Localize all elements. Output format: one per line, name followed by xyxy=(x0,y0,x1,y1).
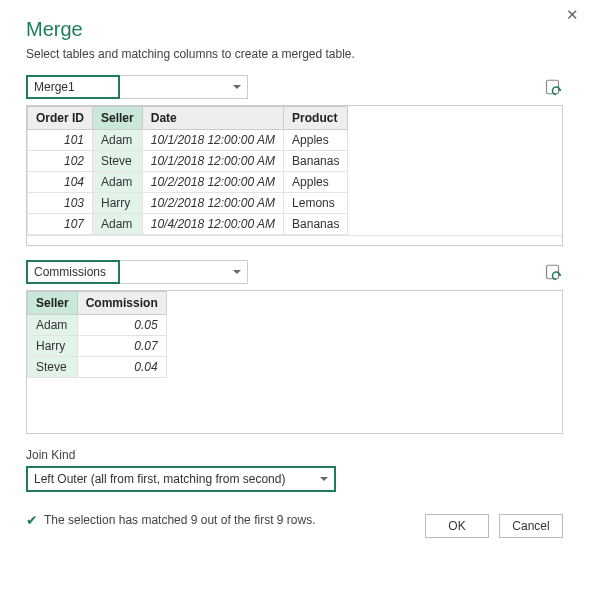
dialog-subtitle: Select tables and matching columns to cr… xyxy=(26,47,563,61)
join-kind-value: Left Outer (all from first, matching fro… xyxy=(34,472,285,486)
table-row[interactable]: 107 Adam 10/4/2018 12:00:00 AM Bananas xyxy=(28,214,348,235)
table2-grid[interactable]: Seller Commission Adam 0.05 Harry 0.07 S… xyxy=(26,290,563,434)
cancel-button[interactable]: Cancel xyxy=(499,514,563,538)
ok-button[interactable]: OK xyxy=(425,514,489,538)
table2-name-input[interactable]: Commissions xyxy=(26,260,120,284)
col-product[interactable]: Product xyxy=(284,107,348,130)
table-row[interactable]: 103 Harry 10/2/2018 12:00:00 AM Lemons xyxy=(28,193,348,214)
table1-dropdown[interactable] xyxy=(120,75,248,99)
col-date[interactable]: Date xyxy=(142,107,283,130)
join-kind-select[interactable]: Left Outer (all from first, matching fro… xyxy=(26,466,336,492)
dialog-title: Merge xyxy=(26,18,563,41)
table2-picker-row: Commissions xyxy=(26,260,563,284)
table1-name-input[interactable]: Merge1 xyxy=(26,75,120,99)
merge-dialog: ✕ Merge Select tables and matching colum… xyxy=(0,0,589,552)
table2-dropdown[interactable] xyxy=(120,260,248,284)
table-row[interactable]: Harry 0.07 xyxy=(28,336,167,357)
check-icon: ✔ xyxy=(26,512,38,528)
button-row: OK Cancel xyxy=(425,514,563,538)
chevron-down-icon xyxy=(233,85,241,89)
join-kind-label: Join Kind xyxy=(26,448,563,462)
table-row[interactable]: 102 Steve 10/1/2018 12:00:00 AM Bananas xyxy=(28,151,348,172)
table-row[interactable]: 104 Adam 10/2/2018 12:00:00 AM Apples xyxy=(28,172,348,193)
col-order-id[interactable]: Order ID xyxy=(28,107,93,130)
table1-grid[interactable]: Order ID Seller Date Product 101 Adam 10… xyxy=(26,105,563,246)
status-text: The selection has matched 9 out of the f… xyxy=(44,513,315,527)
table-row[interactable]: Adam 0.05 xyxy=(28,315,167,336)
close-icon[interactable]: ✕ xyxy=(566,6,579,24)
chevron-down-icon xyxy=(233,270,241,274)
table-row[interactable]: Steve 0.04 xyxy=(28,357,167,378)
col-seller[interactable]: Seller xyxy=(93,107,143,130)
col-commission[interactable]: Commission xyxy=(77,292,166,315)
chevron-down-icon xyxy=(320,477,328,481)
refresh-icon[interactable] xyxy=(545,78,563,96)
table-row[interactable]: 101 Adam 10/1/2018 12:00:00 AM Apples xyxy=(28,130,348,151)
table1-picker-row: Merge1 xyxy=(26,75,563,99)
col-seller2[interactable]: Seller xyxy=(28,292,78,315)
refresh-icon[interactable] xyxy=(545,263,563,281)
